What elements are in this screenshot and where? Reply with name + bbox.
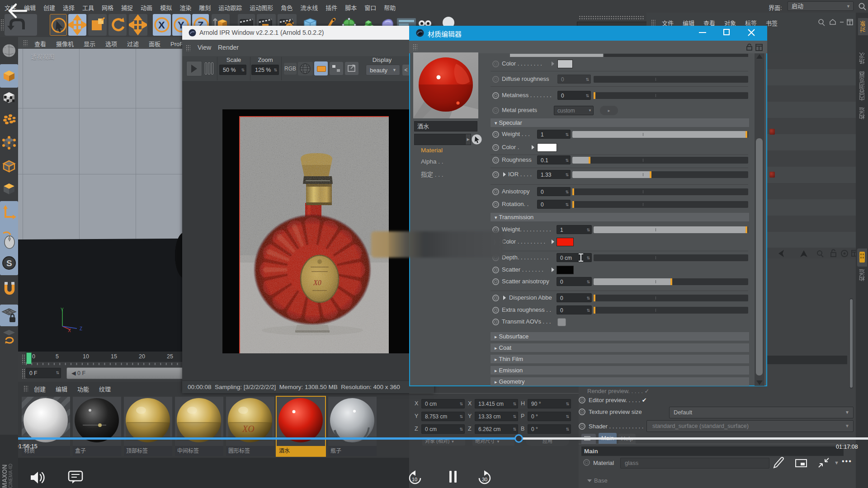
svg-text:X: X xyxy=(158,19,165,31)
svg-text:Y: Y xyxy=(61,307,64,312)
svg-text:10: 10 xyxy=(412,477,417,482)
svg-text:30: 30 xyxy=(482,477,487,482)
svg-text:S: S xyxy=(6,258,12,268)
svg-text:Z: Z xyxy=(80,326,82,331)
svg-text:X: X xyxy=(68,328,71,333)
